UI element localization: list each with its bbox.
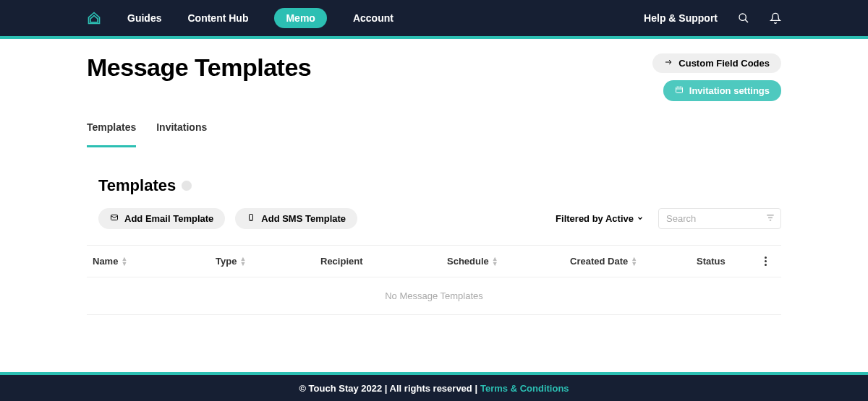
th-name[interactable]: Name ▲▼ (87, 256, 210, 267)
bell-icon[interactable] (770, 12, 781, 24)
main-content: Message Templates Custom Field Codes Inv… (0, 39, 868, 372)
th-type[interactable]: Type ▲▼ (210, 256, 315, 267)
search-box (658, 208, 781, 229)
footer-copyright: © Touch Stay 2022 | All rights reserved … (299, 383, 477, 394)
th-name-label: Name (93, 256, 118, 267)
nav-memo[interactable]: Memo (274, 8, 326, 28)
custom-field-codes-button[interactable]: Custom Field Codes (652, 53, 781, 73)
svg-rect-12 (770, 219, 771, 220)
action-right: Filtered by Active (556, 208, 781, 229)
kebab-icon[interactable] (765, 256, 767, 266)
logo-icon[interactable] (87, 11, 101, 25)
sort-icon: ▲▼ (239, 256, 246, 266)
calendar-icon (675, 85, 684, 96)
search-icon[interactable] (738, 12, 749, 24)
custom-field-codes-label: Custom Field Codes (678, 58, 770, 69)
page-title: Message Templates (87, 53, 311, 82)
svg-rect-3 (676, 87, 682, 93)
arrow-right-icon (664, 58, 673, 69)
info-icon[interactable] (182, 181, 192, 191)
th-schedule-label: Schedule (447, 256, 489, 267)
sort-icon: ▲▼ (121, 256, 127, 266)
svg-point-0 (739, 14, 746, 20)
top-nav-right: Help & Support (644, 12, 781, 24)
empty-state: No Message Templates (87, 277, 781, 315)
svg-rect-11 (768, 217, 773, 218)
header-row: Message Templates Custom Field Codes Inv… (87, 53, 781, 101)
tabs: Templates Invitations (87, 121, 781, 142)
action-row: Add Email Template Add SMS Template Filt… (87, 208, 781, 229)
add-email-template-button[interactable]: Add Email Template (98, 208, 225, 229)
invitation-settings-label: Invitation settings (689, 85, 770, 96)
chevron-down-icon (637, 213, 644, 224)
filter-icon[interactable] (765, 212, 775, 225)
sort-icon: ▲▼ (492, 256, 498, 266)
phone-icon (247, 213, 255, 224)
top-nav: Guides Content Hub Memo Account Help & S… (0, 0, 868, 36)
filter-dropdown[interactable]: Filtered by Active (556, 213, 644, 224)
th-more (756, 256, 781, 267)
top-nav-left: Guides Content Hub Memo Account (87, 8, 393, 28)
filter-label-text: Filtered by Active (556, 213, 634, 224)
nav-account[interactable]: Account (353, 12, 393, 24)
th-recipient: Recipient (315, 256, 441, 267)
th-status: Status (691, 256, 756, 267)
tab-invitations[interactable]: Invitations (156, 121, 207, 142)
search-input[interactable] (658, 208, 781, 229)
nav-help-support[interactable]: Help & Support (644, 12, 718, 24)
footer: © Touch Stay 2022 | All rights reserved … (0, 372, 868, 401)
nav-content-hub[interactable]: Content Hub (187, 12, 248, 24)
footer-terms-link[interactable]: Terms & Conditions (480, 383, 569, 394)
sort-icon: ▲▼ (631, 256, 637, 266)
section-title: Templates (98, 176, 176, 195)
th-schedule[interactable]: Schedule ▲▼ (441, 256, 564, 267)
invitation-settings-button[interactable]: Invitation settings (663, 80, 781, 101)
svg-rect-10 (767, 214, 773, 215)
header-buttons: Custom Field Codes Invitation settings (652, 53, 781, 101)
nav-guides[interactable]: Guides (127, 12, 161, 24)
section-title-row: Templates (87, 176, 781, 195)
add-sms-template-button[interactable]: Add SMS Template (235, 208, 357, 229)
svg-line-1 (745, 20, 748, 22)
th-status-label: Status (697, 256, 726, 267)
add-email-label: Add Email Template (124, 213, 213, 224)
th-recipient-label: Recipient (320, 256, 363, 267)
envelope-icon (110, 213, 119, 224)
action-left: Add Email Template Add SMS Template (98, 208, 357, 229)
add-sms-label: Add SMS Template (261, 213, 346, 224)
th-created[interactable]: Created Date ▲▼ (564, 256, 691, 267)
tab-templates[interactable]: Templates (87, 121, 136, 142)
th-type-label: Type (216, 256, 237, 267)
th-created-label: Created Date (570, 256, 628, 267)
table-header: Name ▲▼ Type ▲▼ Recipient Schedule ▲▼ Cr… (87, 245, 781, 277)
